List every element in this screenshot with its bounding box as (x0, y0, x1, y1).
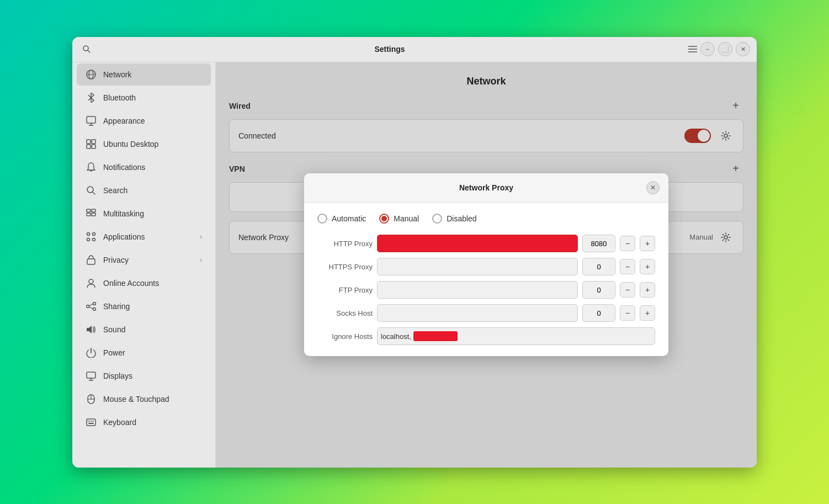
search-sidebar-icon (86, 185, 97, 196)
svg-rect-11 (87, 140, 91, 144)
http-proxy-increment[interactable]: + (640, 236, 655, 251)
notifications-icon (86, 162, 97, 173)
socks-host-port[interactable] (582, 304, 615, 322)
socks-host-increment[interactable]: + (640, 305, 655, 321)
svg-rect-13 (87, 145, 91, 148)
ftp-proxy-increment[interactable]: + (640, 282, 655, 298)
socks-host-row: Socks Host − + (317, 304, 655, 322)
sidebar-label-appearance: Appearance (103, 116, 202, 125)
titlebar: Settings − ⬜ ✕ (72, 37, 757, 62)
radio-manual[interactable]: Manual (379, 214, 419, 224)
sidebar-label-mouse-touchpad: Mouse & Touchpad (103, 395, 202, 404)
socks-host-decrement[interactable]: − (620, 305, 635, 321)
svg-point-16 (87, 187, 93, 193)
sound-icon (86, 324, 97, 335)
ftp-proxy-input[interactable] (377, 281, 578, 299)
sidebar-label-displays: Displays (103, 372, 202, 380)
sidebar-item-mouse-touchpad[interactable]: Mouse & Touchpad (77, 388, 211, 410)
sidebar-item-keyboard[interactable]: Keyboard (77, 411, 211, 433)
sidebar-item-sound[interactable]: Sound (77, 319, 211, 341)
svg-point-23 (93, 232, 95, 235)
window-controls: − ⬜ ✕ (700, 42, 750, 56)
modal-titlebar: Network Proxy ✕ (304, 173, 668, 203)
svg-point-29 (93, 302, 96, 305)
sidebar-item-privacy[interactable]: Privacy › (77, 249, 211, 271)
svg-point-25 (93, 238, 95, 241)
svg-point-24 (87, 238, 90, 241)
multitasking-icon (86, 208, 97, 219)
radio-disabled[interactable]: Disabled (432, 214, 476, 224)
sidebar-item-power[interactable]: Power (77, 342, 211, 364)
sidebar-item-sharing[interactable]: Sharing (77, 295, 211, 317)
menu-icon[interactable] (685, 41, 700, 57)
ftp-proxy-port[interactable] (582, 281, 615, 299)
network-proxy-modal: Network Proxy ✕ Automatic Man (304, 173, 668, 356)
sidebar-label-multitasking: Multitasking (103, 209, 202, 218)
sidebar-item-displays[interactable]: Displays (77, 365, 211, 387)
modal-title: Network Proxy (326, 183, 646, 192)
maximize-button[interactable]: ⬜ (718, 42, 732, 56)
proxy-fields-grid: HTTP Proxy − + HTTPS Proxy (317, 235, 655, 345)
ftp-proxy-label: FTP Proxy (317, 286, 373, 294)
ftp-proxy-decrement[interactable]: − (620, 282, 635, 298)
http-proxy-label: HTTP Proxy (317, 240, 373, 248)
https-proxy-decrement[interactable]: − (620, 259, 635, 274)
radio-automatic-label: Automatic (332, 214, 366, 223)
svg-point-30 (93, 307, 96, 310)
sidebar-item-applications[interactable]: Applications › (77, 226, 211, 248)
svg-point-27 (89, 279, 93, 284)
svg-rect-34 (87, 372, 95, 378)
sidebar-item-multitasking[interactable]: Multitasking (77, 203, 211, 225)
radio-disabled-circle (432, 214, 442, 224)
sidebar-item-appearance[interactable]: Appearance (77, 110, 211, 132)
radio-automatic[interactable]: Automatic (317, 214, 366, 224)
radio-disabled-label: Disabled (447, 214, 476, 223)
sidebar-label-power: Power (103, 348, 202, 357)
socks-host-input[interactable] (377, 304, 578, 322)
radio-manual-label: Manual (394, 214, 419, 223)
svg-point-22 (87, 232, 90, 235)
sidebar-label-bluetooth: Bluetooth (103, 93, 202, 102)
sidebar-item-notifications[interactable]: Notifications (77, 156, 211, 178)
svg-rect-14 (92, 145, 95, 148)
sidebar-item-bluetooth[interactable]: Bluetooth (77, 87, 211, 109)
svg-rect-8 (87, 116, 95, 123)
search-icon[interactable] (79, 41, 94, 57)
sidebar-item-ubuntu-desktop[interactable]: Ubuntu Desktop (77, 133, 211, 155)
settings-window: Settings − ⬜ ✕ (72, 37, 757, 468)
https-proxy-input[interactable] (377, 258, 578, 275)
modal-overlay: Network Proxy ✕ Automatic Man (216, 62, 757, 468)
sidebar-item-search[interactable]: Search (77, 179, 211, 201)
ignore-hosts-container: localhost, (377, 327, 655, 345)
sidebar-label-applications: Applications (103, 232, 193, 241)
ubuntu-desktop-icon (86, 139, 97, 150)
svg-rect-21 (92, 213, 95, 216)
sharing-icon (86, 301, 97, 312)
https-proxy-label: HTTPS Proxy (317, 263, 373, 271)
sidebar-label-sharing: Sharing (103, 302, 202, 311)
modal-close-button[interactable]: ✕ (646, 181, 660, 194)
minimize-button[interactable]: − (700, 42, 715, 56)
http-proxy-port[interactable] (582, 235, 615, 252)
sidebar-label-sound: Sound (103, 325, 202, 334)
close-button[interactable]: ✕ (736, 42, 750, 56)
window-title: Settings (94, 45, 685, 54)
svg-point-28 (87, 305, 89, 307)
sidebar-item-network[interactable]: Network (77, 63, 211, 86)
svg-rect-26 (87, 259, 95, 264)
ftp-proxy-row: FTP Proxy − + (317, 281, 655, 299)
http-proxy-decrement[interactable]: − (620, 236, 635, 251)
mouse-touchpad-icon (86, 394, 97, 405)
ignore-hosts-label: Ignore Hosts (317, 332, 373, 341)
radio-automatic-circle (317, 214, 327, 224)
svg-rect-20 (87, 213, 91, 216)
http-proxy-input[interactable] (377, 235, 578, 252)
sidebar-label-keyboard: Keyboard (103, 418, 202, 427)
svg-line-31 (89, 304, 93, 306)
sidebar-item-online-accounts[interactable]: Online Accounts (77, 272, 211, 294)
svg-rect-40 (87, 419, 95, 426)
svg-rect-18 (87, 209, 91, 212)
sidebar-label-search: Search (103, 186, 202, 195)
https-proxy-port[interactable] (582, 258, 615, 275)
https-proxy-increment[interactable]: + (640, 259, 655, 274)
